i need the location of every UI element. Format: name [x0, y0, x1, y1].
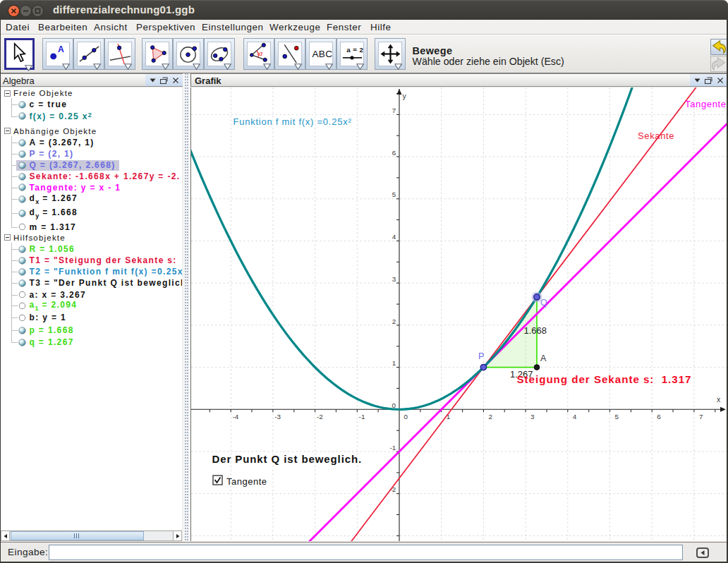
svg-text:2: 2 [392, 317, 396, 325]
svg-text:6: 6 [657, 413, 661, 420]
svg-text:-1: -1 [359, 413, 365, 420]
svg-text:1: 1 [392, 359, 396, 367]
svg-text:y: y [403, 92, 407, 100]
svg-text:Steigung der Sekante s: 1.317: Steigung der Sekante s: 1.317 [517, 373, 692, 385]
svg-text:a = 2: a = 2 [346, 46, 363, 54]
svg-text:0: 0 [392, 401, 396, 409]
svg-text:α: α [259, 49, 263, 57]
svg-text:5: 5 [615, 413, 619, 420]
svg-text:Der Punkt Q ist beweglich.: Der Punkt Q ist beweglich. [212, 453, 363, 465]
svg-text:-1: -1 [390, 444, 396, 452]
svg-text:-4: -4 [233, 413, 239, 420]
svg-text:6: 6 [392, 149, 396, 157]
svg-text:A: A [540, 353, 547, 363]
svg-text:3: 3 [530, 413, 535, 420]
svg-text:Sekante: Sekante [638, 131, 674, 141]
svg-text:Q: Q [540, 298, 547, 308]
svg-text:Tangente: Tangente [685, 99, 727, 109]
svg-text:4: 4 [392, 233, 396, 241]
svg-text:3: 3 [392, 275, 396, 283]
svg-text:A: A [58, 44, 64, 54]
svg-text:5: 5 [392, 190, 396, 198]
svg-text:P: P [478, 351, 484, 361]
svg-text:7: 7 [699, 413, 703, 420]
svg-text:x: x [717, 395, 721, 404]
svg-text:4: 4 [573, 413, 577, 420]
svg-text:0: 0 [404, 413, 408, 420]
svg-text:Tangente: Tangente [226, 476, 267, 487]
svg-text:1.668: 1.668 [524, 325, 547, 336]
svg-text:ABC: ABC [312, 49, 332, 59]
svg-text:-3: -3 [274, 413, 281, 420]
svg-text:Funktion f mit f(x) =0.25x²: Funktion f mit f(x) =0.25x² [233, 116, 352, 127]
svg-text:2: 2 [488, 413, 492, 420]
svg-text:7: 7 [392, 107, 396, 114]
svg-text:-2: -2 [317, 413, 323, 420]
